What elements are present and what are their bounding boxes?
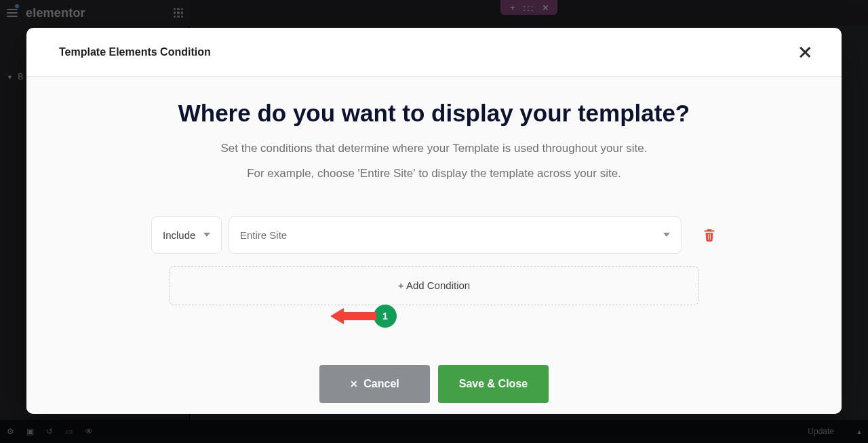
area-select-value: Entire Site xyxy=(240,229,287,241)
cancel-button[interactable]: ✕ Cancel xyxy=(319,365,430,403)
caret-down-icon xyxy=(663,233,670,237)
modal-heading: Where do you want to display your templa… xyxy=(54,100,814,127)
include-select-value: Include xyxy=(163,229,195,241)
modal-footer-actions: ✕ Cancel Save & Close xyxy=(54,365,814,403)
arrow-left-icon xyxy=(342,312,376,320)
modal-header: Template Elements Condition xyxy=(26,28,842,77)
include-exclude-select[interactable]: Include xyxy=(151,216,222,254)
modal-title: Template Elements Condition xyxy=(59,46,211,58)
annotation-step-1: 1 xyxy=(342,306,395,326)
modal-description-1: Set the conditions that determine where … xyxy=(156,139,712,159)
display-area-select[interactable]: Entire Site xyxy=(229,216,682,254)
add-condition-button[interactable]: + Add Condition xyxy=(169,266,699,305)
conditions-modal: Template Elements Condition Where do you… xyxy=(26,28,842,414)
cancel-label: Cancel xyxy=(363,378,399,390)
caret-down-icon xyxy=(203,233,210,237)
trash-icon xyxy=(702,227,717,242)
close-icon: ✕ xyxy=(350,379,358,389)
close-icon[interactable] xyxy=(798,45,812,59)
save-and-close-button[interactable]: Save & Close xyxy=(438,365,549,403)
condition-row: Include Entire Site xyxy=(54,216,814,254)
modal-body: Where do you want to display your templa… xyxy=(26,77,842,414)
modal-description-2: For example, choose 'Entire Site' to dis… xyxy=(156,164,712,184)
step-badge: 1 xyxy=(375,306,395,326)
delete-condition-button[interactable] xyxy=(702,227,717,242)
